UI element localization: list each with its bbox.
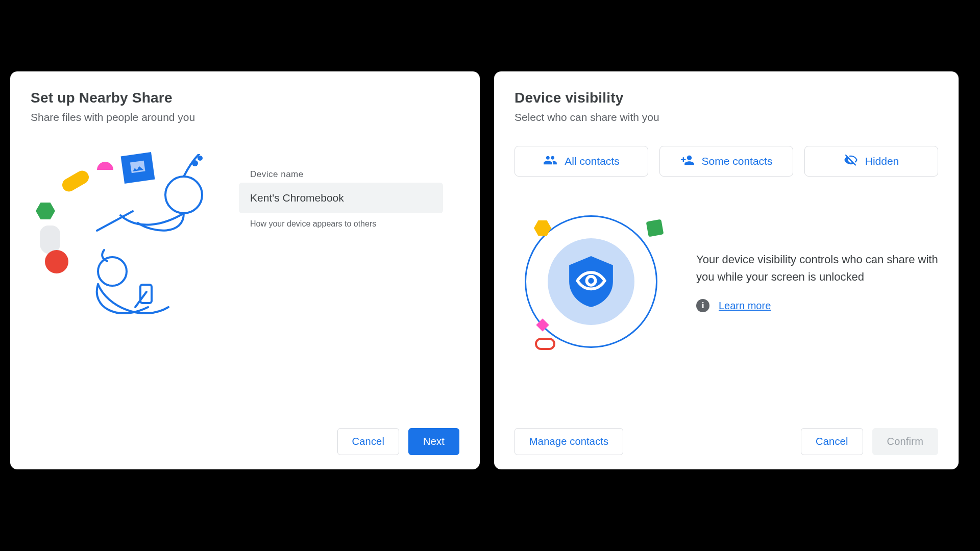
- learn-more-link[interactable]: Learn more: [719, 300, 771, 312]
- visibility-title: Device visibility: [514, 90, 938, 106]
- device-name-label: Device name: [239, 169, 459, 180]
- cancel-button[interactable]: Cancel: [801, 428, 863, 455]
- visibility-option-label: Hidden: [865, 155, 899, 167]
- info-icon: i: [696, 299, 709, 312]
- confirm-button[interactable]: Confirm: [872, 428, 938, 455]
- visibility-description: Your device visibility controls who can …: [696, 251, 938, 286]
- svg-point-3: [98, 257, 127, 286]
- cancel-button[interactable]: Cancel: [337, 428, 399, 455]
- visibility-option-label: All contacts: [565, 155, 619, 167]
- visibility-option-hidden[interactable]: Hidden: [804, 146, 938, 177]
- setup-illustration: [31, 154, 225, 343]
- svg-point-0: [165, 177, 202, 213]
- visibility-off-icon: [844, 153, 858, 170]
- next-button[interactable]: Next: [408, 428, 459, 455]
- device-visibility-card: Device visibility Select who can share w…: [494, 71, 959, 469]
- setup-title: Set up Nearby Share: [31, 90, 459, 106]
- visibility-option-all[interactable]: All contacts: [514, 146, 648, 177]
- visibility-subtitle: Select who can share with you: [514, 111, 938, 123]
- contacts-plus-icon: [680, 153, 695, 170]
- svg-point-2: [198, 156, 203, 161]
- visibility-option-some[interactable]: Some contacts: [659, 146, 793, 177]
- setup-nearby-share-card: Set up Nearby Share Share files with peo…: [10, 71, 480, 469]
- contacts-icon: [543, 153, 557, 170]
- device-name-help: How your device appears to others: [239, 219, 459, 229]
- svg-point-1: [192, 160, 198, 166]
- manage-contacts-button[interactable]: Manage contacts: [514, 428, 623, 455]
- shield-eye-icon: [569, 256, 614, 307]
- device-name-input[interactable]: [239, 183, 443, 213]
- visibility-option-label: Some contacts: [702, 155, 773, 167]
- visibility-illustration: [514, 205, 668, 358]
- setup-subtitle: Share files with people around you: [31, 111, 459, 123]
